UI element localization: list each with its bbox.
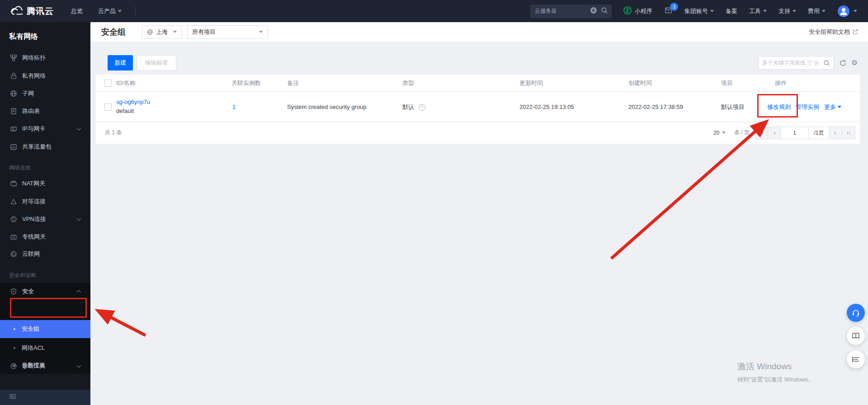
sidebar-footer xyxy=(0,390,90,405)
edit-tags-button[interactable]: 编辑标签 xyxy=(137,55,176,71)
sidebar-item-security-group[interactable]: 安全组 xyxy=(0,320,90,338)
feedback-button[interactable] xyxy=(847,350,865,368)
miniprogram-link[interactable]: 小程序 xyxy=(623,6,652,16)
miniprogram-icon xyxy=(623,6,632,16)
prev-page-button[interactable] xyxy=(768,127,781,139)
first-page-button[interactable] xyxy=(755,127,768,139)
document-icon xyxy=(10,108,17,115)
page-title: 安全组 xyxy=(101,27,126,38)
column-header-remark[interactable]: 备注 xyxy=(287,75,299,92)
project-filter-select[interactable]: 所有项目 xyxy=(187,25,268,39)
settings-gear-icon[interactable]: ⚙ xyxy=(850,59,859,67)
annotation-arrow-sidebar xyxy=(99,311,146,335)
search-icon[interactable] xyxy=(601,7,608,15)
manage-instances-link[interactable]: 管理实例 xyxy=(796,103,819,111)
chevron-up-icon xyxy=(77,290,81,295)
region-selector[interactable]: 上海 xyxy=(142,25,182,39)
sidebar-item-shared-traffic-pack[interactable]: 共享流量包 xyxy=(0,138,90,155)
sidebar-item-ip-nic[interactable]: IP与网卡 xyxy=(0,120,90,137)
search-icon[interactable] xyxy=(823,60,830,66)
lock-icon xyxy=(10,72,17,80)
sidebar-item-direct-connect-gateway[interactable]: 专线网关 xyxy=(0,228,90,245)
sidebar-item-network-topology[interactable]: 网络拓扑 xyxy=(0,49,90,66)
chevron-down-icon xyxy=(710,10,714,14)
collapse-sidebar-icon[interactable] xyxy=(9,393,16,401)
shield-icon xyxy=(10,288,17,295)
page-total-label: /1页 xyxy=(809,127,830,139)
nav-overview[interactable]: 总览 xyxy=(71,7,83,15)
row-checkbox[interactable] xyxy=(104,104,112,111)
sidebar-item-diagnose-tools[interactable]: 诊断工具 xyxy=(0,358,90,375)
next-page-button[interactable] xyxy=(830,127,842,139)
chevron-down-icon xyxy=(838,106,841,110)
billing-menu[interactable]: 费用 xyxy=(808,7,826,15)
headset-icon xyxy=(851,308,860,317)
diagnose-icon xyxy=(10,363,17,370)
column-header-actions: 操作 xyxy=(775,75,787,92)
topbar-search-input[interactable] xyxy=(535,8,590,14)
topbar-divider xyxy=(135,6,136,16)
help-doc-link[interactable]: 安全组帮助文档 xyxy=(809,28,858,36)
column-header-project[interactable]: 项目 xyxy=(721,75,733,92)
column-header-id-name[interactable]: ID/名称 xyxy=(116,75,136,92)
bullet-icon xyxy=(14,328,15,330)
chevron-down-icon xyxy=(822,10,826,14)
column-header-created[interactable]: 创建时间 xyxy=(628,75,652,92)
sidebar-section-security-diagnosis: 安全和诊断 xyxy=(9,272,36,279)
sidebar-item-subnet[interactable]: 子网 xyxy=(0,85,90,102)
last-page-button[interactable] xyxy=(842,127,855,139)
help-icon[interactable]: ? xyxy=(419,104,425,111)
modify-rules-link[interactable]: 修改规则 xyxy=(767,103,791,111)
nav-cloud-products[interactable]: 云产品 xyxy=(98,7,122,15)
tools-menu[interactable]: 工具 xyxy=(749,7,767,15)
sidebar-item-vpc[interactable]: 私有网络 xyxy=(0,67,90,85)
instance-count-link[interactable]: 1 xyxy=(232,104,236,110)
beian-link[interactable]: 备案 xyxy=(726,7,737,15)
create-button[interactable]: 新建 xyxy=(108,55,133,71)
topbar-search-box[interactable] xyxy=(530,5,612,18)
refresh-icon[interactable] xyxy=(839,59,847,67)
messages-button[interactable]: 3 xyxy=(664,7,673,15)
tencent-cloud-console: { "colors": { "accent_blue": "#006eff", … xyxy=(0,0,868,405)
row-actions: 修改规则 管理实例 更多 xyxy=(767,92,841,122)
gateway-icon xyxy=(10,180,17,187)
total-count: 共 1 条 xyxy=(105,122,122,143)
watermark-line1: 激活 Windows xyxy=(737,361,814,372)
group-account-menu[interactable]: 集团账号 xyxy=(684,7,714,15)
chevron-down-icon xyxy=(77,126,81,131)
sidebar-item-security[interactable]: 安全 xyxy=(0,283,90,300)
updated-time-cell: 2022-02-25 19:13:05 xyxy=(519,92,574,122)
documentation-button[interactable] xyxy=(847,327,865,345)
sidebar-item-network-acl[interactable]: 网络ACL xyxy=(0,339,90,357)
column-header-updated[interactable]: 更新时间 xyxy=(519,75,543,92)
sidebar-item-nat-gateway[interactable]: NAT网关 xyxy=(0,175,90,192)
tencent-cloud-logo[interactable]: 腾讯云 xyxy=(9,5,54,17)
sg-id-link[interactable]: sg-og6ynp7u xyxy=(116,99,150,105)
page-header: 安全组 上海 所有项目 安全组帮助文档 xyxy=(90,22,868,42)
table-filter-box[interactable] xyxy=(758,56,834,70)
watermark-line2: 转到"设置"以激活 Windows。 xyxy=(737,376,814,384)
pager: /1页 xyxy=(755,127,855,139)
support-menu[interactable]: 支持 xyxy=(778,7,796,15)
vpn-icon xyxy=(10,216,17,223)
topbar-right: 小程序 3 集团账号 备案 工具 支持 费用 xyxy=(530,5,868,18)
page-number-input[interactable] xyxy=(781,127,809,139)
clear-icon[interactable] xyxy=(590,7,597,15)
table-footer: 共 1 条 20 条 / 页 /1页 xyxy=(96,122,860,143)
sidebar-item-peering-connection[interactable]: 对等连接 xyxy=(0,193,90,210)
column-header-instances[interactable]: 关联实例数 xyxy=(231,75,261,92)
customer-service-button[interactable] xyxy=(847,304,865,322)
column-header-type[interactable]: 类型 xyxy=(402,75,414,92)
chevron-down-icon xyxy=(793,10,796,14)
more-actions-link[interactable]: 更多 xyxy=(824,103,841,111)
table-filter-input[interactable] xyxy=(762,60,823,66)
page-size-select[interactable]: 20 xyxy=(713,122,726,143)
chevron-down-icon xyxy=(854,10,857,14)
sidebar-item-route-table[interactable]: 路由表 xyxy=(0,103,90,120)
account-menu[interactable] xyxy=(837,5,857,18)
sidebar-item-vpn-connection[interactable]: VPN连接 xyxy=(0,211,90,228)
select-all-checkbox[interactable] xyxy=(104,80,112,87)
survey-list-icon xyxy=(851,355,860,364)
bullet-icon xyxy=(14,347,15,349)
sidebar-item-ccn[interactable]: 云联网 xyxy=(0,245,90,263)
